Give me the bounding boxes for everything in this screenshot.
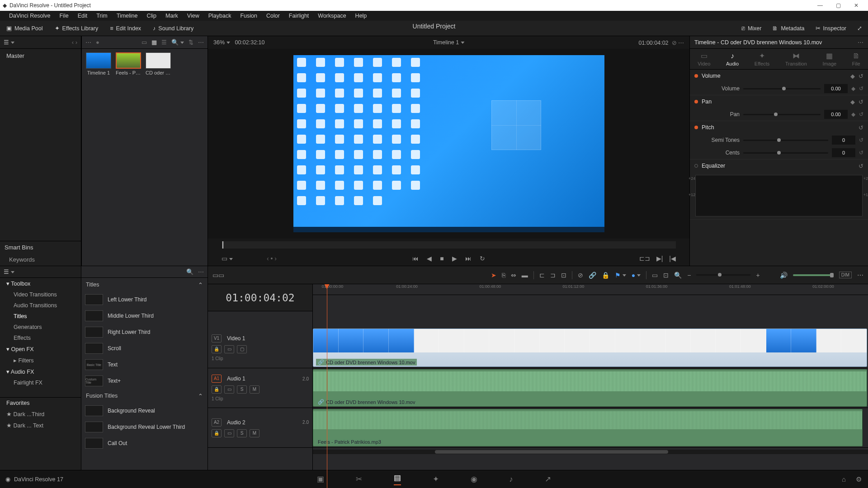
track-dest[interactable]: A2 xyxy=(212,418,222,427)
menu-item[interactable]: File xyxy=(55,11,73,20)
equalizer-section[interactable]: Equalizer xyxy=(702,163,725,169)
sound-library-toggle[interactable]: ♪Sound Library xyxy=(150,23,196,33)
menu-item[interactable]: Edit xyxy=(73,11,92,20)
enable-dot-icon[interactable] xyxy=(694,126,698,129)
mute-button[interactable]: M xyxy=(250,385,259,394)
overwrite-clip-icon[interactable]: ⊐ xyxy=(550,272,556,279)
audio-clip[interactable]: 🔗CD oder DVD brennen Windows 10.mov xyxy=(313,369,867,407)
effects-library-toggle[interactable]: ✦Effects Library xyxy=(52,23,101,33)
bypass-icon[interactable]: ⊘ xyxy=(672,40,677,46)
menu-item[interactable]: Color xyxy=(262,11,284,20)
page-edit[interactable]: ▤ xyxy=(394,473,401,485)
fx-item[interactable]: Video Transitions xyxy=(0,289,81,300)
timeline-view-icon[interactable]: ▭▭ xyxy=(212,272,224,279)
snap-icon[interactable]: ⊘ xyxy=(578,272,583,279)
menu-icon[interactable]: ⋯ xyxy=(198,268,204,275)
page-deliver[interactable]: ↗ xyxy=(545,474,551,484)
page-cut[interactable]: ✂ xyxy=(356,474,362,484)
home-icon[interactable]: ⌂ xyxy=(842,475,846,483)
fusion-titles-group[interactable]: Fusion Titles xyxy=(86,393,118,399)
media-clip[interactable]: Feels - Patr... xyxy=(115,52,142,82)
fx-item[interactable]: Effects xyxy=(0,333,81,343)
audio-track-header[interactable]: A2Audio 22.0 🔒▭SM xyxy=(208,408,312,448)
fx-item[interactable]: Audio Transitions xyxy=(0,300,81,311)
track-dest[interactable]: A1 xyxy=(212,375,222,383)
lock-track-icon[interactable]: 🔒 xyxy=(212,429,222,437)
search-icon[interactable]: 🔍 xyxy=(171,39,184,46)
title-preset[interactable]: Left Lower Third xyxy=(81,291,208,308)
media-pool-toggle[interactable]: ▣Media Pool xyxy=(4,23,46,33)
reset-icon[interactable]: ↺ xyxy=(859,163,863,169)
reset-icon[interactable]: ↺ xyxy=(859,85,863,92)
loop-button[interactable]: ↻ xyxy=(480,255,485,262)
minimize-button[interactable]: — xyxy=(811,0,829,11)
title-preset[interactable]: Background Reveal Lower Third xyxy=(81,419,208,435)
search-icon[interactable]: 🔍 xyxy=(186,268,193,275)
enable-dot-icon[interactable] xyxy=(694,164,698,168)
mixer-toggle[interactable]: ⎚Mixer xyxy=(739,23,764,33)
zoom-in-icon[interactable]: + xyxy=(756,272,760,279)
page-fairlight[interactable]: ♪ xyxy=(509,475,513,484)
semitones-slider[interactable] xyxy=(743,140,828,141)
menu-item[interactable]: Fusion xyxy=(236,11,262,20)
reset-icon[interactable]: ↺ xyxy=(859,124,863,131)
menu-bar[interactable]: DaVinci Resolve File Edit Trim Timeline … xyxy=(0,11,868,21)
flag-icon[interactable]: ⚑ xyxy=(615,272,626,279)
title-preset[interactable]: Middle Lower Third xyxy=(81,308,208,324)
volume-section[interactable]: Volume xyxy=(702,73,721,79)
fx-item[interactable]: ▸ Filters xyxy=(0,355,81,366)
mute-icon[interactable]: 🔊 xyxy=(780,272,788,279)
enable-dot-icon[interactable] xyxy=(694,100,698,103)
timeline-ruler[interactable]: 01:00:00:00 01:00:24:00 01:00:48:00 01:0… xyxy=(313,284,868,295)
reset-icon[interactable]: ↺ xyxy=(859,73,863,80)
menu-item[interactable]: Workspace xyxy=(313,11,350,20)
menu-item[interactable]: Playback xyxy=(204,11,236,20)
lock-track-icon[interactable]: 🔒 xyxy=(212,385,222,394)
match-frame-icon[interactable]: ▭ xyxy=(222,255,233,262)
selection-tool[interactable]: ➤ xyxy=(491,272,496,279)
favorite-item[interactable]: ★ Dark ...Third xyxy=(0,408,81,420)
go-start-icon[interactable]: |◀ xyxy=(669,255,676,262)
expand-icon[interactable]: ⤢ xyxy=(854,23,864,33)
fx-item[interactable]: Generators xyxy=(0,322,81,333)
semitones-value[interactable]: 0 xyxy=(832,136,855,145)
last-frame-button[interactable]: ⏭ xyxy=(465,255,472,262)
page-color[interactable]: ◉ xyxy=(471,474,477,484)
menu-item[interactable]: DaVinci Resolve xyxy=(5,11,55,20)
zoom-slider[interactable] xyxy=(696,274,750,276)
pan-value[interactable]: 0.00 xyxy=(824,110,848,119)
media-clip[interactable]: Timeline 1 xyxy=(85,52,112,82)
metadata-toggle[interactable]: 🗎Metadata xyxy=(769,23,807,33)
sync-bin-icon[interactable]: ▭ xyxy=(652,272,658,279)
list-view-icon[interactable]: ☰ xyxy=(161,39,167,46)
first-frame-button[interactable]: ⏮ xyxy=(412,255,419,262)
volume-value[interactable]: 0.00 xyxy=(824,84,848,93)
maximize-button[interactable]: ▢ xyxy=(829,0,847,11)
title-preset[interactable]: Background Reveal xyxy=(81,403,208,419)
master-bin[interactable]: Master xyxy=(0,49,81,63)
inspector-tab-file[interactable]: 🗎File xyxy=(852,52,860,66)
viewer-canvas[interactable] xyxy=(293,55,604,232)
solo-button[interactable]: S xyxy=(237,385,247,394)
collapse-icon[interactable]: ⌃ xyxy=(198,282,203,288)
jog-bar[interactable] xyxy=(222,241,676,249)
marker-icon[interactable]: ● xyxy=(632,272,641,279)
page-fusion[interactable]: ✦ xyxy=(433,474,439,484)
menu-item[interactable]: Fairlight xyxy=(284,11,313,20)
fx-group-openfx[interactable]: ▾ Open FX xyxy=(0,343,81,355)
menu-icon[interactable]: ⋯ xyxy=(198,39,204,46)
horizontal-scrollbar[interactable] xyxy=(313,450,868,454)
fx-group-toolbox[interactable]: ▾ Toolbox xyxy=(0,278,81,289)
lock-track-icon[interactable]: 🔒 xyxy=(212,345,222,353)
prev-frame-button[interactable]: ◀ xyxy=(427,255,432,262)
menu-item[interactable]: Timeline xyxy=(112,11,142,20)
equalizer-graph[interactable]: +24 +12 +24 +12 xyxy=(695,175,863,216)
insert-clip-icon[interactable]: ⊏ xyxy=(539,272,545,279)
fx-group-audiofx[interactable]: ▾ Audio FX xyxy=(0,366,81,377)
detail-zoom-icon[interactable]: 🔍 xyxy=(674,272,682,279)
viewer-zoom[interactable]: 36% xyxy=(213,39,225,46)
keyframe-icon[interactable]: ◆ xyxy=(851,111,855,117)
lock-icon[interactable]: 🔒 xyxy=(602,272,609,279)
menu-item[interactable]: View xyxy=(183,11,204,20)
favorites-header[interactable]: Favorites xyxy=(0,398,81,408)
